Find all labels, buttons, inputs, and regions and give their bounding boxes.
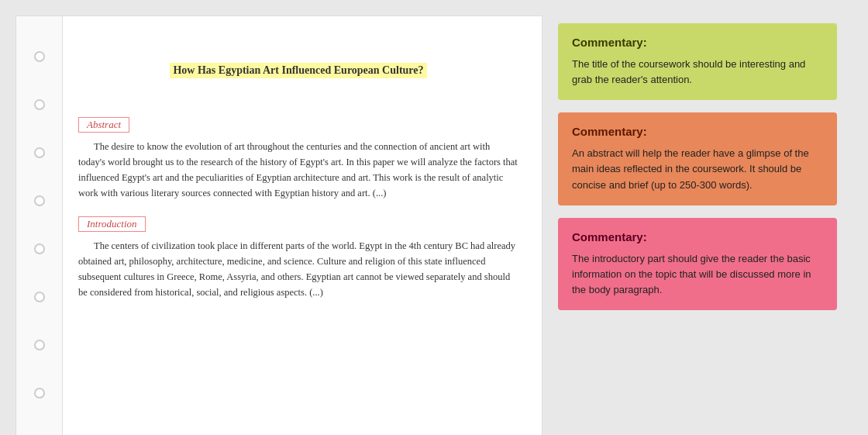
commentary-card-intro-commentary: Commentary:The introductory part should … [558,218,837,310]
doc-radio-6[interactable] [34,292,45,302]
doc-radio-1[interactable] [34,51,45,62]
commentary-panel: Commentary:The title of the coursework s… [558,16,837,310]
abstract-paragraph: The desire to know the evolution of art … [78,139,518,201]
commentary-title-abstract-commentary: Commentary: [572,125,823,138]
introduction-section: Introduction The centers of civilization… [78,216,518,300]
doc-sidebar [16,16,63,435]
introduction-section-label: Introduction [78,216,146,232]
document-title: How Has Egyptian Art Influenced European… [170,63,426,78]
abstract-section-label: Abstract [78,117,129,133]
introduction-paragraph: The centers of civilization took place i… [78,238,518,300]
title-wrapper: How Has Egyptian Art Influenced European… [78,32,518,102]
doc-radio-8[interactable] [34,388,45,399]
document-panel: How Has Egyptian Art Influenced European… [16,16,542,435]
commentary-title-title-commentary: Commentary: [572,36,823,49]
doc-radio-3[interactable] [34,147,45,158]
commentary-text-abstract-commentary: An abstract will help the reader have a … [572,146,823,192]
commentary-card-abstract-commentary: Commentary:An abstract will help the rea… [558,112,837,205]
abstract-label: Abstract [78,117,518,139]
doc-radio-4[interactable] [34,195,45,206]
doc-content: How Has Egyptian Art Influenced European… [63,16,542,435]
introduction-label: Introduction [78,216,518,238]
doc-radio-7[interactable] [34,340,45,350]
doc-radio-5[interactable] [34,243,45,254]
commentary-text-title-commentary: The title of the coursework should be in… [572,57,823,88]
commentary-card-title-commentary: Commentary:The title of the coursework s… [558,23,837,100]
commentary-text-intro-commentary: The introductory part should give the re… [572,251,823,298]
abstract-section: Abstract The desire to know the evolutio… [78,117,518,201]
doc-radio-2[interactable] [34,99,45,110]
commentary-title-intro-commentary: Commentary: [572,230,823,243]
